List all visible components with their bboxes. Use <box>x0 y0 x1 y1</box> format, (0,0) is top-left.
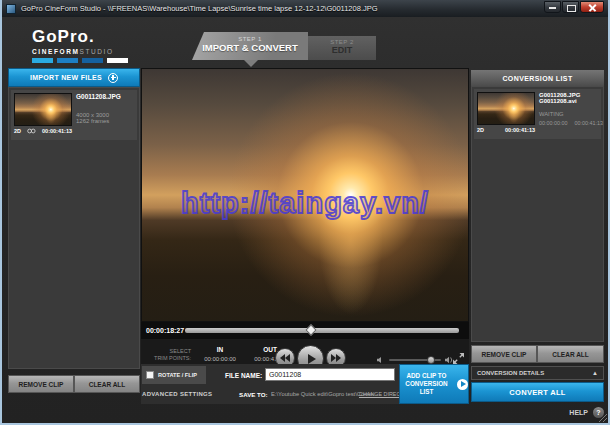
left-remove-clip-label: REMOVE CLIP <box>19 381 64 388</box>
clip-filename: G0011208.JPG <box>76 93 134 100</box>
rotate-flip-label: ROTATE / FLIP <box>158 372 197 378</box>
convert-all-button[interactable]: CONVERT ALL <box>471 382 604 402</box>
left-remove-clip-button[interactable]: REMOVE CLIP <box>8 375 74 393</box>
right-remove-clip-button[interactable]: REMOVE CLIP <box>471 345 537 363</box>
title-bar[interactable]: GoPro CineForm Studio - \\FREENAS\Wareho… <box>2 0 608 17</box>
clip-mode-badge: 2D <box>14 128 21 134</box>
active-tab-notch <box>244 60 258 67</box>
plus-icon <box>108 73 118 83</box>
conversion-duration: 00:00:41:13 <box>505 127 535 133</box>
app-window: GoPro CineForm Studio - \\FREENAS\Wareho… <box>0 0 610 425</box>
advanced-settings-button[interactable]: ADVANCED SETTINGS <box>142 391 212 397</box>
window-title: GoPro CineForm Studio - \\FREENAS\Wareho… <box>21 4 378 13</box>
conversion-details-toggle[interactable]: CONVERSION DETAILS ▲ <box>471 366 604 380</box>
tab2-label: EDIT <box>308 45 376 55</box>
left-clear-all-button[interactable]: CLEAR ALL <box>74 375 140 393</box>
seek-track[interactable] <box>185 328 459 333</box>
help-button[interactable]: HELP ? <box>522 407 604 418</box>
right-clear-all-button[interactable]: CLEAR ALL <box>537 345 604 363</box>
main-content: GoPro. CINEFORMSTUDIO STEP 1 IMPORT & CO… <box>2 17 608 423</box>
import-clip-row[interactable]: 2D 00:00:41:13 G0011208.JPG 4000 x 3000 … <box>11 90 137 140</box>
link-icon <box>27 128 36 134</box>
rotate-flip-checkbox[interactable] <box>146 371 154 379</box>
conversion-thumbnail <box>477 92 535 125</box>
logo-cineform: CINEFORM <box>32 48 79 55</box>
conversion-list-header: CONVERSION LIST <box>471 70 604 86</box>
logo-brand: GoPro. <box>32 27 152 47</box>
watermark-text: http://taingay.vn/ <box>142 187 468 220</box>
add-clip-arrow-icon <box>457 379 468 390</box>
convert-strip: ROTATE / FLIP ADVANCED SETTINGS FILE NAM… <box>141 364 469 404</box>
conversion-list: 2D 00:00:41:13 G0011208.JPG G0011208.avi… <box>471 86 604 342</box>
rotate-flip-panel[interactable]: ROTATE / FLIP <box>142 366 206 384</box>
right-clear-all-label: CLEAR ALL <box>552 351 589 358</box>
conversion-row[interactable]: 2D 00:00:41:13 G0011208.JPG G0011208.avi… <box>474 89 601 139</box>
fullscreen-icon[interactable] <box>453 353 464 364</box>
clip-duration: 00:00:41:13 <box>42 128 72 134</box>
conversion-target-name: G0011208.avi <box>539 98 603 104</box>
volume-slider[interactable] <box>389 359 441 361</box>
video-preview[interactable]: http://taingay.vn/ <box>141 68 469 322</box>
close-button[interactable] <box>580 1 604 13</box>
help-icon: ? <box>593 407 604 418</box>
current-timecode: 00:00:18:27 <box>146 327 184 334</box>
conversion-mode-badge: 2D <box>477 127 484 133</box>
volume-knob[interactable] <box>427 356 435 364</box>
in-label: IN <box>197 346 243 353</box>
tab-import-convert[interactable]: STEP 1 IMPORT & CONVERT <box>192 32 308 60</box>
volume-low-icon <box>377 356 385 364</box>
clip-frames: 1262 frames <box>76 118 134 124</box>
right-remove-clip-label: REMOVE CLIP <box>482 351 527 358</box>
conversion-status: WAITING <box>539 111 603 117</box>
chevron-up-icon: ▲ <box>592 370 598 376</box>
gopro-logo: GoPro. CINEFORMSTUDIO <box>32 27 152 63</box>
clip-thumbnail <box>14 93 72 126</box>
tab-edit[interactable]: STEP 2 EDIT <box>308 36 376 60</box>
convert-all-label: CONVERT ALL <box>509 388 565 397</box>
import-new-files-button[interactable]: IMPORT NEW FILES <box>8 68 140 87</box>
save-to-label: SAVE TO: <box>239 391 268 398</box>
logo-bars <box>32 58 152 63</box>
trim-points-label: SELECT TRIM POINTS: <box>143 348 191 362</box>
tab1-label: IMPORT & CONVERT <box>192 42 308 53</box>
in-value[interactable]: 00:00:00:00 <box>197 356 243 362</box>
import-clip-list: 2D 00:00:41:13 G0011208.JPG 4000 x 3000 … <box>8 87 140 369</box>
left-clear-all-label: CLEAR ALL <box>89 381 126 388</box>
app-icon <box>6 4 16 14</box>
play-icon <box>308 354 316 364</box>
file-name-label: FILE NAME: <box>225 372 262 379</box>
logo-studio: STUDIO <box>79 48 113 55</box>
help-label: HELP <box>569 409 588 416</box>
conversion-out-time: 00:00:41:13 <box>574 120 602 126</box>
minimize-button[interactable] <box>544 1 561 13</box>
file-name-input[interactable] <box>265 368 395 381</box>
scrubber-diamond[interactable] <box>305 324 316 335</box>
conversion-details-label: CONVERSION DETAILS <box>477 370 544 376</box>
import-new-files-label: IMPORT NEW FILES <box>30 74 102 81</box>
add-clip-button[interactable]: ADD CLIP TO CONVERSION LIST <box>399 364 469 404</box>
add-clip-label: ADD CLIP TO CONVERSION LIST <box>400 372 453 396</box>
conversion-in-time: 00:00:00:00 <box>539 120 567 126</box>
maximize-button[interactable] <box>562 1 579 13</box>
timeline-bar: 00:00:18:27 <box>141 322 469 339</box>
